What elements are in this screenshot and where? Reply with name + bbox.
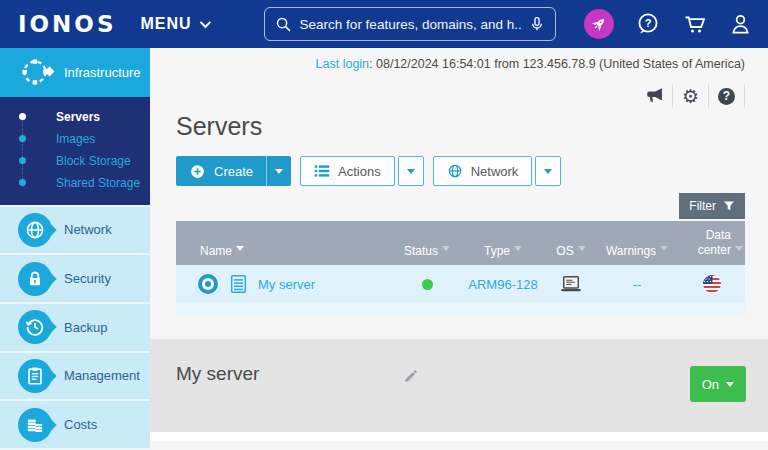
column-header-status[interactable]: Status: [395, 244, 459, 258]
search-bar[interactable]: [264, 7, 556, 41]
warnings-value: --: [633, 277, 642, 292]
create-button[interactable]: Create: [176, 156, 266, 186]
network-dropdown-button[interactable]: [535, 156, 561, 186]
create-label: Create: [214, 164, 253, 179]
power-state-button[interactable]: On: [690, 366, 746, 402]
announcements-button[interactable]: [637, 84, 673, 108]
table-row[interactable]: My server ARM96-128 --: [176, 265, 745, 303]
sidebar-item-label: Costs: [64, 417, 97, 432]
row-radio-selected[interactable]: [205, 281, 211, 287]
server-detail-title: My server: [176, 363, 259, 385]
subitem-label: Shared Storage: [56, 176, 140, 190]
content-bottom-spacer: [150, 432, 768, 441]
filter-funnel-icon: [723, 200, 735, 212]
server-name-link[interactable]: My server: [258, 277, 315, 292]
rocket-icon: [590, 15, 608, 33]
chevron-down-icon: [199, 17, 210, 28]
table-header-row: Name Status Type OS Warnings Data center: [176, 221, 745, 265]
subitem-label: Servers: [56, 110, 100, 124]
sidebar-item-security[interactable]: Security: [0, 253, 150, 302]
clipboard-icon: [18, 359, 52, 393]
list-icon: [314, 164, 330, 178]
main-content: Last login: 08/12/2024 16:54:01 from 123…: [150, 48, 768, 450]
globe-icon: [447, 163, 463, 179]
infrastructure-icon: [18, 55, 52, 89]
server-icon: [229, 274, 248, 294]
last-login-link[interactable]: Last login: [316, 57, 370, 71]
sort-caret-icon: [236, 246, 244, 255]
actions-dropdown-button[interactable]: [398, 156, 424, 186]
sidebar-subitem-shared-storage[interactable]: Shared Storage: [0, 172, 150, 194]
sidebar: Infrastructure Servers Images Block Stor…: [0, 48, 150, 450]
cart-button[interactable]: [682, 12, 708, 36]
settings-button[interactable]: ⚙: [673, 84, 709, 108]
caret-down-icon: [726, 382, 734, 391]
column-header-name[interactable]: Name: [176, 244, 395, 258]
last-login-text: : 08/12/2024 16:54:01 from 123.456.78.9 …: [369, 57, 745, 71]
search-input[interactable]: [300, 17, 521, 32]
header-label: Status: [404, 244, 438, 258]
menu-button[interactable]: MENU: [140, 15, 207, 33]
feedback-bubble-button[interactable]: ?: [635, 11, 661, 37]
subitem-label: Block Storage: [56, 154, 131, 168]
sidebar-item-label: Backup: [64, 320, 107, 335]
column-header-type[interactable]: Type: [459, 244, 547, 258]
backup-clock-icon: [18, 310, 52, 344]
sidebar-item-label: Network: [64, 222, 112, 237]
assistant-rocket-button[interactable]: [584, 9, 614, 39]
menu-label: MENU: [140, 15, 191, 33]
sidebar-item-label: Security: [64, 271, 111, 286]
network-button[interactable]: Network: [433, 156, 533, 186]
sidebar-subitem-block-storage[interactable]: Block Storage: [0, 150, 150, 172]
header-label: Type: [484, 244, 510, 258]
last-login-bar: Last login: 08/12/2024 16:54:01 from 123…: [150, 48, 768, 71]
microphone-icon[interactable]: [529, 15, 545, 33]
column-header-os[interactable]: OS: [547, 244, 595, 258]
filter-button[interactable]: Filter: [679, 193, 745, 219]
search-icon: [275, 16, 292, 33]
sort-caret-icon: [514, 246, 522, 255]
sidebar-item-management[interactable]: Management: [0, 351, 150, 400]
sort-caret-icon: [660, 246, 668, 255]
edit-pencil-icon[interactable]: [403, 369, 418, 384]
top-navigation-bar: IONOS MENU ?: [0, 0, 768, 48]
us-flag-icon: [702, 274, 722, 294]
utility-icons: ⚙ ?: [150, 84, 768, 108]
network-icon: [18, 213, 52, 247]
column-header-warnings[interactable]: Warnings: [595, 244, 679, 258]
help-button[interactable]: ?: [709, 84, 745, 108]
help-icon: ?: [718, 88, 735, 105]
coins-icon: [18, 408, 52, 442]
os-laptop-icon: [559, 275, 583, 294]
caret-down-icon: [407, 169, 415, 178]
sidebar-item-backup[interactable]: Backup: [0, 302, 150, 351]
lock-icon: [18, 262, 52, 296]
sort-caret-icon: [442, 246, 450, 255]
header-label: Data center: [679, 228, 731, 258]
sidebar-item-label: Management: [64, 368, 140, 383]
status-dot-on: [422, 279, 433, 290]
svg-text:?: ?: [645, 17, 652, 29]
header-label: OS: [556, 244, 573, 258]
sidebar-item-label: Infrastructure: [64, 65, 141, 80]
plus-circle-icon: [189, 163, 206, 180]
network-button-group: Network: [433, 156, 562, 186]
sidebar-item-costs[interactable]: Costs: [0, 399, 150, 448]
actions-button[interactable]: Actions: [300, 156, 395, 186]
create-dropdown-button[interactable]: [266, 156, 291, 186]
sidebar-item-infrastructure[interactable]: Infrastructure: [0, 48, 150, 97]
create-button-group: Create: [176, 156, 291, 186]
actions-label: Actions: [338, 164, 381, 179]
ionos-logo[interactable]: IONOS: [18, 11, 116, 37]
filter-label: Filter: [689, 199, 716, 213]
caret-down-icon: [275, 169, 283, 178]
sort-caret-icon: [578, 246, 586, 255]
sidebar-subitem-servers[interactable]: Servers: [0, 106, 150, 128]
sidebar-subitem-images[interactable]: Images: [0, 128, 150, 150]
server-type-link[interactable]: ARM96-128: [468, 277, 537, 292]
column-header-datacenter[interactable]: Data center: [679, 228, 745, 258]
account-button[interactable]: [729, 12, 752, 36]
megaphone-icon: [645, 87, 665, 105]
sidebar-item-network[interactable]: Network: [0, 205, 150, 254]
header-label: Warnings: [606, 244, 656, 258]
